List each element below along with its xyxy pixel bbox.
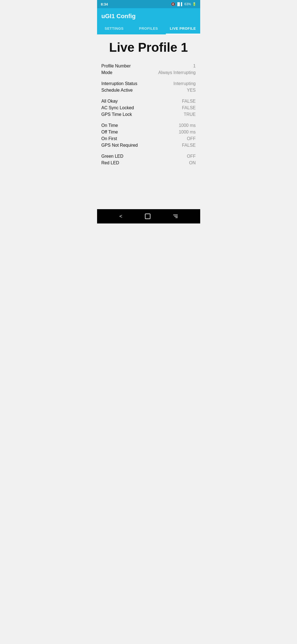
value-interruption-status: Interrupting (174, 81, 196, 86)
section-profile-basics: Profile Number 1 Mode Always Interruptin… (101, 63, 196, 76)
label-gps-not-required: GPS Not Required (101, 143, 138, 148)
value-on-time: 1000 ms (179, 123, 196, 128)
label-off-time: Off Time (101, 130, 118, 135)
value-gps-time-lock: TRUE (184, 112, 196, 117)
label-mode: Mode (101, 70, 112, 75)
battery-text: 63% (184, 2, 191, 6)
row-all-okay: All Okay FALSE (101, 98, 196, 105)
label-profile-number: Profile Number (101, 64, 131, 69)
value-gps-not-required: FALSE (182, 143, 196, 148)
value-green-led: OFF (187, 154, 196, 159)
home-icon (145, 214, 150, 219)
row-on-first: On First OFF (101, 135, 196, 142)
app-header: uGI1 Config (97, 8, 200, 23)
label-green-led: Green LED (101, 154, 123, 159)
row-interruption-status: Interruption Status Interrupting (101, 80, 196, 87)
nav-recents-button[interactable] (171, 212, 180, 220)
section-leds: Green LED OFF Red LED ON (101, 153, 196, 166)
tab-profiles[interactable]: PROFILES (131, 23, 166, 34)
app-title: uGI1 Config (101, 13, 136, 20)
nav-home-button[interactable] (143, 211, 153, 221)
label-on-first: On First (101, 136, 117, 141)
status-bar: 8:34 🔇 ▐▌▌ 63% 🔋 (97, 0, 200, 8)
label-interruption-status: Interruption Status (101, 81, 138, 86)
status-icons: 🔇 ▐▌▌ 63% 🔋 (171, 2, 196, 6)
row-gps-not-required: GPS Not Required FALSE (101, 142, 196, 149)
value-all-okay: FALSE (182, 99, 196, 104)
tab-settings[interactable]: SETTINGS (97, 23, 131, 34)
battery-icon: 🔋 (192, 2, 196, 6)
row-mode: Mode Always Interrupting (101, 69, 196, 76)
status-time: 8:34 (101, 2, 108, 6)
label-red-led: Red LED (101, 160, 119, 165)
value-ac-sync-locked: FALSE (182, 105, 196, 110)
value-schedule-active: YES (187, 88, 196, 93)
value-off-time: 1000 ms (179, 130, 196, 135)
nav-back-button[interactable] (117, 211, 125, 222)
row-off-time: Off Time 1000 ms (101, 129, 196, 135)
label-all-okay: All Okay (101, 99, 118, 104)
section-timing: On Time 1000 ms Off Time 1000 ms On Firs… (101, 122, 196, 149)
row-schedule-active: Schedule Active YES (101, 87, 196, 94)
row-profile-number: Profile Number 1 (101, 63, 196, 69)
row-on-time: On Time 1000 ms (101, 122, 196, 129)
value-profile-number: 1 (193, 64, 196, 69)
label-ac-sync-locked: AC Sync Locked (101, 105, 134, 110)
value-on-first: OFF (187, 136, 196, 141)
tab-live-profile[interactable]: LIVE PROFILE (166, 23, 200, 34)
recents-icon (173, 215, 178, 218)
row-red-led: Red LED ON (101, 160, 196, 166)
signal-icon: ▐▌▌ (176, 2, 183, 6)
row-gps-time-lock: GPS Time Lock TRUE (101, 111, 196, 118)
row-ac-sync-locked: AC Sync Locked FALSE (101, 105, 196, 111)
section-interruption: Interruption Status Interrupting Schedul… (101, 80, 196, 94)
section-status-flags: All Okay FALSE AC Sync Locked FALSE GPS … (101, 98, 196, 118)
label-on-time: On Time (101, 123, 118, 128)
row-green-led: Green LED OFF (101, 153, 196, 160)
tab-bar: SETTINGS PROFILES LIVE PROFILE (97, 23, 200, 34)
mute-icon: 🔇 (171, 2, 175, 6)
value-red-led: ON (189, 160, 196, 165)
label-gps-time-lock: GPS Time Lock (101, 112, 132, 117)
value-mode: Always Interrupting (158, 70, 196, 75)
nav-bar (97, 209, 200, 223)
label-schedule-active: Schedule Active (101, 88, 133, 93)
page-title: Live Profile 1 (101, 40, 196, 55)
main-content: Live Profile 1 Profile Number 1 Mode Alw… (97, 34, 200, 209)
